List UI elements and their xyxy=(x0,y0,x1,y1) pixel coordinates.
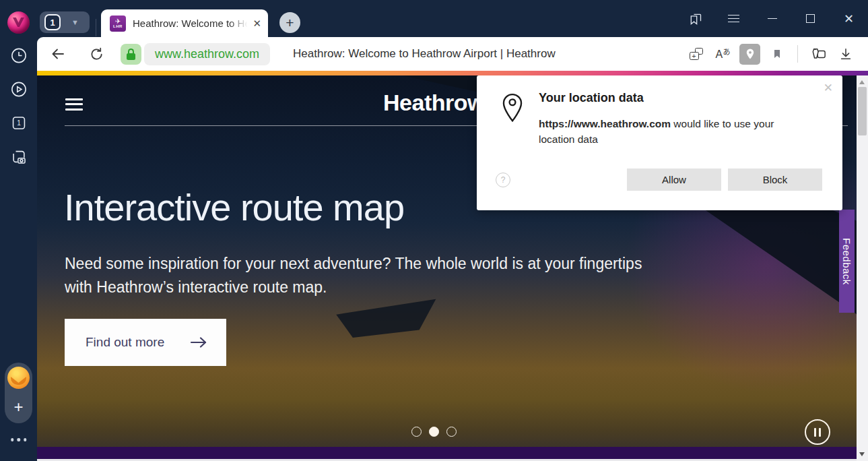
window-panel-button[interactable]: 1 xyxy=(9,114,28,132)
history-panel-button[interactable] xyxy=(9,47,28,65)
bookmark-icon xyxy=(772,48,782,60)
popup-message: https://www.heathrow.com would like to u… xyxy=(539,116,805,147)
translate-button[interactable]: Aあ xyxy=(712,44,733,65)
tab-stack-icon: 1 xyxy=(44,14,61,30)
side-panel-bar: 1 + xyxy=(0,37,37,461)
location-pin-icon xyxy=(744,48,756,60)
capture-panel-button[interactable] xyxy=(9,148,28,166)
add-web-panel-button[interactable]: + xyxy=(5,394,32,421)
chevron-down-icon[interactable]: ▼ xyxy=(61,11,90,33)
tab-heathrow[interactable]: ✈ LHR Heathrow: Welcome to He ✕ xyxy=(101,9,268,37)
find-out-more-button[interactable]: Find out more xyxy=(65,319,226,366)
back-button[interactable] xyxy=(48,46,68,62)
carousel-dot-2[interactable] xyxy=(446,427,457,437)
addressbar: www.heathrow.com Heathrow: Welcome to He… xyxy=(37,37,868,71)
reload-button[interactable] xyxy=(86,47,106,62)
translate-icon: Aあ xyxy=(716,47,731,61)
cta-label: Find out more xyxy=(86,335,164,350)
extension-button[interactable] xyxy=(808,44,829,65)
download-icon xyxy=(838,47,853,61)
scrollbar[interactable] xyxy=(857,75,868,461)
page-bottom-band xyxy=(37,447,857,459)
tab-close-icon[interactable]: ✕ xyxy=(253,18,261,30)
scroll-thumb[interactable] xyxy=(858,87,867,135)
hero-title: Interactive route map xyxy=(64,185,404,229)
add-window-button[interactable]: + xyxy=(686,44,706,65)
location-permission-popup: ✕ Your location data https://www.heathro… xyxy=(477,75,842,210)
heathrow-favicon: ✈ LHR xyxy=(110,16,126,32)
media-panel-button[interactable] xyxy=(9,80,28,98)
help-icon[interactable]: ? xyxy=(496,173,510,187)
browser-window: 1 ▼ ✈ LHR Heathrow: Welcome to He ✕ + xyxy=(0,0,868,461)
popup-origin: https://www.heathrow.com xyxy=(539,118,671,129)
pause-button[interactable] xyxy=(805,419,830,445)
new-tab-button[interactable]: + xyxy=(279,12,300,33)
plane-icon: ✈ xyxy=(115,18,121,24)
extension-icon xyxy=(811,47,827,61)
location-permission-button[interactable] xyxy=(739,44,760,65)
addressbar-divider xyxy=(797,45,798,63)
tab-title: Heathrow: Welcome to He xyxy=(133,18,250,29)
hero-text: Need some inspiration for your next adve… xyxy=(65,252,657,299)
url-field[interactable]: www.heathrow.com xyxy=(144,43,270,65)
webpage-viewport: Heathrow Interactive route map Need some… xyxy=(37,75,868,461)
block-button[interactable]: Block xyxy=(728,168,822,191)
popup-close-icon[interactable]: ✕ xyxy=(824,81,833,95)
scroll-up-icon[interactable] xyxy=(859,80,865,84)
close-button[interactable]: ✕ xyxy=(830,0,868,37)
carousel-dots xyxy=(37,427,831,437)
vivaldi-logo[interactable] xyxy=(7,11,30,34)
web-panel-group: + xyxy=(5,363,32,423)
carousel-dot-0[interactable] xyxy=(411,427,422,437)
popup-title: Your location data xyxy=(539,91,644,105)
maximize-button[interactable] xyxy=(791,0,830,37)
bookmarks-icon[interactable] xyxy=(676,0,714,37)
bookmark-page-button[interactable] xyxy=(766,44,787,65)
popup-arrow xyxy=(735,75,750,83)
web-panel-favicon[interactable] xyxy=(7,367,30,389)
loading-gradient-bar xyxy=(37,71,868,75)
scroll-down-icon[interactable] xyxy=(859,452,865,456)
panel-more-button[interactable] xyxy=(11,438,27,441)
titlebar: 1 ▼ ✈ LHR Heathrow: Welcome to He ✕ + xyxy=(0,0,868,37)
downloads-button[interactable] xyxy=(835,44,856,65)
svg-text:1: 1 xyxy=(17,119,21,127)
tab-counter[interactable]: 1 ▼ xyxy=(40,11,90,33)
feedback-tab[interactable]: Feedback xyxy=(839,210,855,313)
titlebar-divider xyxy=(96,19,96,36)
page-title: Heathrow: Welcome to Heathrow Airport | … xyxy=(293,47,556,61)
popup-location-pin-icon xyxy=(501,93,524,123)
minimize-button[interactable] xyxy=(753,0,791,37)
site-security-badge[interactable] xyxy=(121,44,141,65)
menu-icon[interactable] xyxy=(714,0,753,37)
allow-button[interactable]: Allow xyxy=(627,168,721,191)
carousel-dot-1[interactable] xyxy=(429,427,439,437)
plus-window-icon: + xyxy=(690,48,703,60)
arrow-right-icon xyxy=(190,336,207,349)
